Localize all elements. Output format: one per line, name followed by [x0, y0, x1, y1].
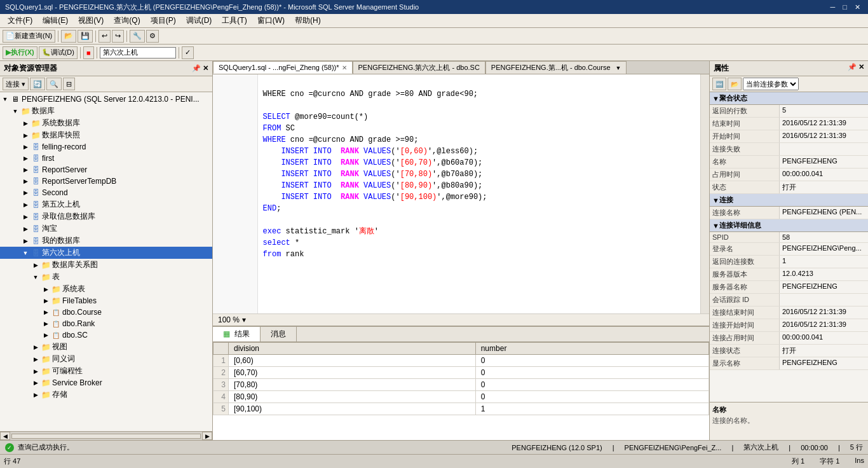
oe-scrollbar[interactable]: ◀ ▶: [0, 431, 212, 440]
menu-tools[interactable]: 工具(T): [217, 14, 252, 27]
oe-collapse-button[interactable]: ⊟: [63, 78, 75, 90]
section-aggregation[interactable]: ▼ 聚合状态: [710, 92, 868, 105]
tree-felling-record[interactable]: ▶ 🗄 felling-record: [0, 141, 212, 153]
tree-synonyms[interactable]: ▶ 📁 同义词: [0, 353, 212, 365]
undo-button[interactable]: ↩: [98, 30, 111, 43]
expand-record[interactable]: ▶: [20, 212, 31, 222]
tree-tables-folder[interactable]: ▼ 📁 表: [0, 271, 212, 283]
oe-refresh-button[interactable]: 🔄: [30, 78, 45, 90]
prop-sort-button[interactable]: 🔤: [712, 78, 726, 90]
expand-snapshots[interactable]: ▶: [20, 130, 31, 141]
tree-sixth-machine[interactable]: ▼ 🗄 第六次上机: [0, 247, 212, 259]
expand-diagram[interactable]: ▶: [31, 260, 41, 270]
expand-sc[interactable]: ▶: [41, 330, 51, 340]
new-query-button[interactable]: 📄 新建查询(N): [3, 30, 55, 43]
stop-button[interactable]: ■: [83, 46, 94, 59]
tab-query1-close[interactable]: ✕: [342, 64, 347, 71]
expand-views[interactable]: ▶: [31, 342, 41, 352]
tree-programmability[interactable]: ▶ 📁 可编程性: [0, 365, 212, 377]
code-content[interactable]: WHERE cno =@curcno AND grade >=80 AND gr…: [258, 74, 700, 313]
expand-filetables[interactable]: ▶: [41, 296, 51, 306]
tab-sc[interactable]: PENGFEIZHENG.第六次上机 - dbo.SC: [353, 61, 485, 74]
execute-button[interactable]: ▶ 执行(X): [3, 46, 37, 59]
expand-programmability[interactable]: ▶: [31, 366, 41, 376]
expand-sixth[interactable]: ▼: [20, 248, 31, 258]
tree-sc-table[interactable]: ▶ 📋 dbo.SC: [0, 329, 212, 341]
menu-query[interactable]: 查询(Q): [109, 14, 145, 27]
expand-service-broker[interactable]: ▶: [31, 378, 41, 388]
menu-help[interactable]: 帮助(H): [290, 14, 326, 27]
tab-query1[interactable]: SQLQuery1.sql - ...ngFei_Zheng (58))* ✕: [213, 61, 353, 74]
tree-my-database[interactable]: ▶ 🗄 我的数据库: [0, 235, 212, 247]
expand-report-temp[interactable]: ▶: [20, 176, 31, 186]
scroll-thumb[interactable]: [11, 434, 201, 439]
tree-db-snapshots[interactable]: ▶ 📁 数据库快照: [0, 129, 212, 141]
oe-filter-button[interactable]: 🔍: [46, 78, 62, 90]
expand-tables[interactable]: ▼: [31, 272, 41, 282]
tab-messages[interactable]: 消息: [261, 327, 297, 341]
expand-storage[interactable]: ▶: [31, 390, 41, 400]
db-selector[interactable]: [100, 47, 176, 59]
tab-course-dropdown[interactable]: ▼: [616, 65, 621, 71]
tree-fifth-machine[interactable]: ▶ 🗄 第五次上机: [0, 198, 212, 210]
debug-run-button[interactable]: 🐛 调试(D): [39, 46, 78, 59]
tree-server[interactable]: ▼ 🖥 PENGFEIZHENG (SQL Server 12.0.4213.0…: [0, 93, 212, 105]
tab-results[interactable]: ▦ 结果: [213, 327, 261, 341]
tab-course[interactable]: PENGFEIZHENG.第...机 - dbo.Course ▼: [485, 61, 627, 74]
tree-databases[interactable]: ▼ 📁 数据库: [0, 105, 212, 117]
expand-felling[interactable]: ▶: [20, 142, 31, 152]
prop-controls[interactable]: 📌 ✕: [848, 63, 864, 74]
parse-button[interactable]: ✓: [182, 46, 194, 59]
menu-edit[interactable]: 编辑(E): [37, 14, 73, 27]
tree-record-info[interactable]: ▶ 🗄 录取信息数据库: [0, 210, 212, 223]
expand-taobao[interactable]: ▶: [20, 224, 31, 234]
scroll-left-button[interactable]: ◀: [0, 432, 10, 440]
minimize-button[interactable]: ─: [828, 3, 838, 11]
menu-view[interactable]: 视图(V): [73, 14, 109, 27]
redo-button[interactable]: ↪: [112, 30, 124, 43]
tree-service-broker[interactable]: ▶ 📁 Service Broker: [0, 377, 212, 389]
expand-synonyms[interactable]: ▶: [31, 354, 41, 364]
expand-course[interactable]: ▶: [41, 307, 51, 317]
tree-report-server[interactable]: ▶ 🗄 ReportServer: [0, 164, 212, 176]
expand-second[interactable]: ▶: [20, 188, 31, 198]
prop-category-button[interactable]: 📂: [728, 78, 742, 90]
options-button[interactable]: ⚙: [146, 30, 159, 43]
expand-rank[interactable]: ▶: [41, 319, 51, 329]
expand-my-db[interactable]: ▶: [20, 236, 31, 246]
tree-system-dbs[interactable]: ▶ 📁 系统数据库: [0, 117, 212, 129]
tools-button[interactable]: 🔧: [130, 30, 145, 43]
tree-storage[interactable]: ▶ 📁 存储: [0, 389, 212, 401]
close-button[interactable]: ✕: [852, 3, 863, 11]
expand-sys-tables[interactable]: ▶: [41, 284, 51, 294]
tree-course-table[interactable]: ▶ 📋 dbo.Course: [0, 306, 212, 318]
expand-report-server[interactable]: ▶: [20, 165, 31, 175]
zoom-dropdown[interactable]: ▾: [242, 315, 246, 324]
tree-taobao[interactable]: ▶ 🗄 淘宝: [0, 223, 212, 235]
tree-report-server-temp[interactable]: ▶ 🗄 ReportServerTempDB: [0, 176, 212, 187]
save-button[interactable]: 💾: [78, 30, 93, 43]
section-conn-detail[interactable]: ▼ 连接详细信息: [710, 219, 868, 232]
menu-window[interactable]: 窗口(W): [252, 14, 290, 27]
maximize-button[interactable]: □: [840, 3, 850, 11]
expand-server[interactable]: ▼: [0, 94, 10, 104]
oe-pin[interactable]: 📌 ✕: [192, 64, 208, 72]
tree-first[interactable]: ▶ 🗄 first: [0, 153, 212, 164]
menu-debug[interactable]: 调试(D): [181, 14, 217, 27]
expand-first[interactable]: ▶: [20, 153, 31, 163]
menu-project[interactable]: 项目(P): [146, 14, 181, 27]
oe-connect-button[interactable]: 连接 ▾: [3, 78, 29, 90]
scroll-right-button[interactable]: ▶: [202, 432, 212, 440]
tree-second[interactable]: ▶ 🗄 Second: [0, 187, 212, 198]
section-connection[interactable]: ▼ 连接: [710, 194, 868, 207]
menu-file[interactable]: 文件(F): [3, 14, 37, 27]
expand-databases[interactable]: ▼: [10, 106, 20, 116]
open-file-button[interactable]: 📂: [61, 30, 76, 43]
tree-rank-table[interactable]: ▶ 📋 dbo.Rank: [0, 318, 212, 329]
tree-system-tables[interactable]: ▶ 📁 系统表: [0, 283, 212, 295]
expand-system-dbs[interactable]: ▶: [20, 118, 31, 128]
tree-db-diagram[interactable]: ▶ 📁 数据库关系图: [0, 259, 212, 271]
prop-selector[interactable]: 当前连接参数: [743, 78, 799, 90]
tree-filetables[interactable]: ▶ 📁 FileTables: [0, 295, 212, 306]
expand-fifth[interactable]: ▶: [20, 200, 31, 210]
